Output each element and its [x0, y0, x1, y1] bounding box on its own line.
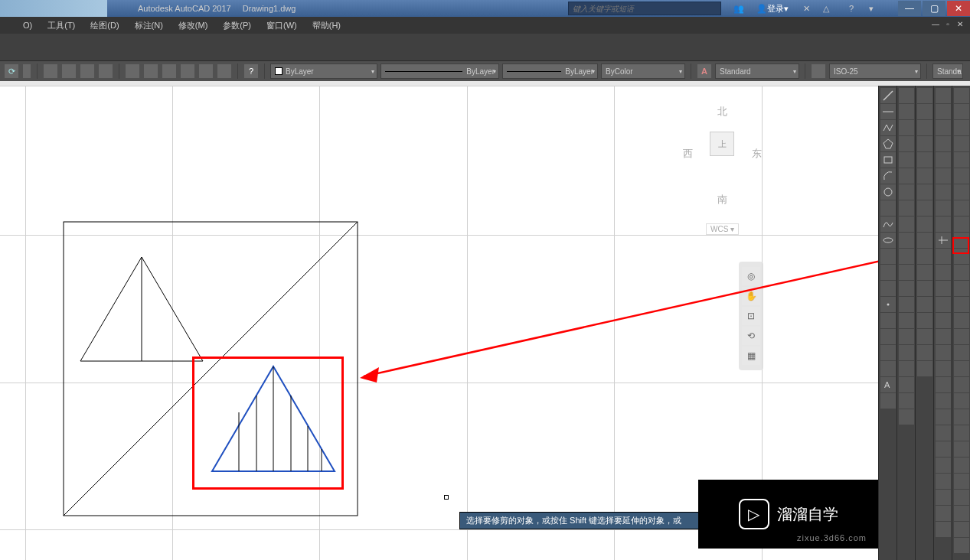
dim-baseline-icon[interactable] [899, 233, 914, 248]
cut-icon[interactable] [954, 184, 969, 200]
layer-make-current-icon[interactable] [917, 184, 932, 200]
break-icon[interactable] [936, 281, 951, 296]
dim-jogged-icon[interactable] [899, 168, 914, 184]
join-icon[interactable] [936, 297, 951, 312]
plotstyle-dropdown[interactable]: ByColor [601, 63, 685, 79]
erase-icon[interactable] [936, 88, 951, 103]
nav-orbit-icon[interactable]: ⟲ [742, 327, 760, 345]
close-button[interactable]: ✕ [947, 1, 970, 16]
draworder-icon[interactable] [936, 377, 951, 392]
menu-item-o[interactable]: O) [15, 21, 40, 30]
zoom-realtime-icon[interactable] [62, 64, 76, 78]
doc-close-button[interactable]: ✕ [954, 20, 966, 31]
menu-item-window[interactable]: 窗口(W) [259, 20, 305, 31]
layer-merge-icon[interactable] [917, 313, 932, 328]
layer-walk-icon[interactable] [917, 297, 932, 312]
drawing-canvas[interactable]: 选择要修剪的对象，或按住 Shift 键选择要延伸的对象，或 北 西 东 南 上… [0, 86, 878, 560]
dim-text-edit-icon[interactable] [899, 377, 914, 392]
infocenter-icon[interactable]: 👥 [731, 1, 746, 16]
dim-radius-icon[interactable] [899, 152, 914, 168]
layer-off-icon[interactable] [917, 120, 932, 135]
layer-unisolate-icon[interactable] [917, 281, 932, 296]
viewcube-south[interactable]: 南 [717, 193, 727, 207]
select-all-icon[interactable] [954, 506, 969, 521]
mtext-icon[interactable]: A [880, 377, 896, 392]
line-icon[interactable] [880, 88, 896, 103]
clean-screen-icon[interactable] [954, 457, 969, 473]
layer-freeze-icon[interactable] [917, 152, 932, 168]
doc-minimize-button[interactable]: — [929, 20, 942, 31]
viewcube[interactable]: 北 西 东 南 上 WCS ▾ [679, 93, 763, 231]
fillet-icon[interactable] [936, 329, 951, 344]
dim-aligned-icon[interactable] [899, 104, 914, 119]
zoom-window-std-icon[interactable] [954, 329, 969, 344]
design-center-icon[interactable] [144, 64, 158, 78]
ellipse-arc-icon[interactable] [880, 249, 896, 264]
quickcalc-icon[interactable] [217, 64, 231, 78]
help-icon[interactable]: ? [844, 1, 859, 16]
markup-std-icon[interactable] [954, 425, 969, 441]
add-selected-icon[interactable] [880, 393, 896, 409]
dim-linear-icon[interactable] [899, 88, 914, 103]
publish-icon[interactable] [954, 168, 969, 184]
make-block-icon[interactable] [880, 281, 896, 296]
help-search-input[interactable] [568, 2, 721, 15]
a360-icon[interactable]: △ [818, 1, 834, 16]
layer-lock-icon[interactable] [917, 168, 932, 184]
extend-icon[interactable] [936, 249, 951, 264]
undo-button[interactable]: ⟳ [5, 64, 18, 78]
polygon-icon[interactable] [880, 136, 896, 151]
steering-wheel-icon[interactable]: ◎ [742, 267, 760, 285]
explode-icon[interactable] [936, 361, 951, 376]
change-space-icon[interactable] [936, 409, 951, 425]
layer-thaw-icon[interactable] [917, 249, 932, 264]
new-icon[interactable] [954, 88, 969, 103]
tool-palettes-icon[interactable] [162, 64, 176, 78]
sheet-set-icon[interactable] [181, 64, 194, 78]
align-icon[interactable] [936, 506, 951, 521]
layer-previous-icon[interactable] [917, 217, 932, 232]
layer-dropdown[interactable]: ByLayer [270, 63, 377, 79]
undo-std-icon[interactable] [954, 265, 969, 280]
region-icon[interactable] [880, 345, 896, 360]
menu-item-tools[interactable]: 工具(T) [40, 20, 83, 31]
nav-zoom-extents-icon[interactable]: ⊡ [742, 307, 760, 325]
gradient-icon[interactable] [880, 329, 896, 344]
lengthen-icon[interactable] [936, 425, 951, 441]
jogged-linear-icon[interactable] [899, 345, 914, 360]
properties-std-icon[interactable] [954, 361, 969, 376]
ellipse-icon[interactable] [880, 233, 896, 248]
pan-icon[interactable] [44, 64, 57, 78]
nav-showmotion-icon[interactable]: ▦ [742, 347, 760, 365]
viewcube-west[interactable]: 西 [683, 147, 693, 161]
quickcalc-std-icon[interactable] [954, 441, 969, 457]
layer-on-icon[interactable] [917, 233, 932, 248]
quick-dimension-icon[interactable] [899, 217, 914, 232]
viewcube-east[interactable]: 东 [752, 147, 762, 161]
point-icon[interactable] [880, 297, 896, 312]
insert-block-icon[interactable] [880, 265, 896, 280]
properties-icon[interactable] [126, 64, 139, 78]
layer-states-icon[interactable] [917, 104, 932, 119]
copy-icon[interactable] [936, 104, 951, 119]
redo-std-icon[interactable] [954, 281, 969, 296]
measure-icon[interactable] [954, 490, 969, 505]
break-at-point-icon[interactable] [936, 265, 951, 280]
hatch-icon[interactable] [880, 313, 896, 328]
doc-restore-button[interactable]: ▫ [942, 20, 954, 31]
set-by-layer-icon[interactable] [936, 393, 951, 409]
blend-curves-icon[interactable] [936, 345, 951, 360]
table-icon[interactable] [880, 361, 896, 376]
dim-edit-icon[interactable] [899, 361, 914, 376]
menu-item-draw[interactable]: 绘图(D) [83, 20, 126, 31]
move-icon[interactable] [936, 168, 951, 184]
plot-preview-icon[interactable] [954, 152, 969, 168]
copy-to-layer-icon[interactable] [917, 361, 932, 376]
minimize-button[interactable]: — [898, 1, 921, 16]
design-center-std-icon[interactable] [954, 377, 969, 392]
dim-update-icon[interactable] [899, 393, 914, 409]
polyline-icon[interactable] [880, 120, 896, 135]
construction-line-icon[interactable] [880, 104, 896, 119]
paste-icon[interactable] [954, 217, 969, 232]
trim-icon[interactable] [936, 233, 951, 248]
